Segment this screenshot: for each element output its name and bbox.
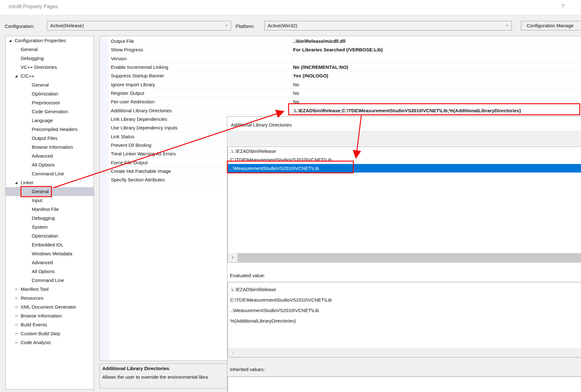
help-icon[interactable]: ? — [561, 3, 564, 10]
inherited-values-label: Inherited values: — [230, 367, 265, 372]
grid-row-register-output[interactable]: Register OutputNo — [100, 89, 581, 97]
tree-item-xml-document-generator[interactable]: ▷XML Document Generator — [6, 303, 94, 311]
horizontal-scrollbar[interactable]: ‹ — [228, 253, 581, 262]
tree-expanded-icon[interactable]: ◢ — [9, 36, 11, 45]
tree-item-all-options[interactable]: All Options — [6, 267, 94, 276]
tree-item-input[interactable]: Input — [6, 196, 94, 205]
configuration-manager-button[interactable]: Configuration Manage — [521, 21, 581, 30]
tree-item-command-line[interactable]: Command Line — [6, 276, 94, 285]
tree-item-browse-information[interactable]: Browse Information — [6, 143, 94, 152]
tree-item-browse-information[interactable]: ▷Browse Information — [6, 311, 94, 320]
tree-item-all-options[interactable]: All Options — [6, 160, 94, 169]
popup-toolbar-band — [228, 131, 581, 146]
tree-item-label: Build Events — [21, 320, 47, 329]
grid-row-output-file[interactable]: Output File..\bin\Release/micdll.dll — [100, 37, 581, 45]
property-pages-dialog: micdll Property Pages ? Configuration: A… — [0, 0, 581, 392]
tree-collapsed-icon[interactable]: ▷ — [16, 311, 18, 320]
tree-item-system[interactable]: System — [6, 223, 94, 232]
tree-collapsed-icon[interactable]: ▷ — [16, 285, 18, 294]
scrollbar-thumb[interactable] — [237, 253, 581, 262]
scroll-left-icon[interactable]: ‹ — [228, 253, 237, 262]
grid-row-additional-library-directories[interactable]: Additional Library Directories.\..\EZAD\… — [100, 106, 581, 115]
tree-item-label: General — [32, 187, 49, 196]
tree-item-build-events[interactable]: ▷Build Events — [6, 320, 94, 329]
tree-item-label: Optimization — [32, 232, 58, 240]
tree-item-command-line[interactable]: Command Line — [6, 169, 94, 178]
property-value[interactable]: No — [293, 80, 299, 89]
evaluated-line: C:\TDE\MeasurementStudioVS2010\VCNET\Lib — [230, 295, 332, 305]
tree-item-debugging[interactable]: Debugging — [6, 214, 94, 223]
tree-item-label: Browse Information — [21, 311, 62, 320]
configuration-value: Active(Release) — [50, 23, 84, 28]
tree-collapsed-icon[interactable]: ▷ — [16, 338, 18, 347]
tree-item-general[interactable]: General — [6, 187, 94, 196]
grid-row-per-user-redirection[interactable]: Per-user RedirectionNo — [100, 97, 581, 106]
evaluated-lines: .\..\EZAD\bin\ReleaseC:\TDE\MeasurementS… — [230, 284, 332, 326]
tree-item-label: Input — [32, 196, 42, 205]
tree-item-manifest-tool[interactable]: ▷Manifest Tool — [6, 285, 94, 294]
tree-item-label: General — [21, 45, 37, 54]
tree-expanded-icon[interactable]: ◢ — [15, 178, 17, 187]
tree-item-preprocessor[interactable]: Preprocessor — [6, 98, 94, 107]
property-name: Version — [111, 54, 127, 63]
property-name: Prevent Dll Binding — [111, 141, 151, 149]
scroll-left-icon[interactable]: ‹ — [228, 348, 237, 357]
grid-row-suppress-startup-banner[interactable]: Suppress Startup BannerYes (/NOLOGO) — [100, 71, 581, 80]
property-name: Suppress Startup Banner — [111, 71, 164, 80]
tree-item-c-c-[interactable]: ◢C/C++ — [6, 72, 94, 81]
property-name: Use Library Dependency Inputs — [111, 123, 177, 132]
inherited-values-box[interactable] — [228, 376, 581, 392]
configuration-dropdown[interactable]: Active(Release) ⌄ — [47, 21, 231, 30]
tree-item-language[interactable]: Language — [6, 116, 94, 125]
property-value[interactable]: No (/INCREMENTAL:NO) — [293, 63, 348, 71]
platform-dropdown[interactable]: Active(Win32) ⌄ — [264, 21, 512, 30]
directory-item-selected[interactable]: ..\MeasurementStudioVS2010\VCNET\Lib — [228, 164, 581, 173]
tree-item-advanced[interactable]: Advanced — [6, 152, 94, 160]
grid-row-version[interactable]: Version — [100, 54, 581, 63]
tree-item-windows-metadata[interactable]: Windows Metadata — [6, 249, 94, 258]
tree-item-code-generation[interactable]: Code Generation — [6, 107, 94, 116]
tree-item-custom-build-step[interactable]: ▷Custom Build Step — [6, 329, 94, 338]
horizontal-scrollbar-disabled[interactable]: ‹ — [228, 348, 581, 357]
tree-item-debugging[interactable]: Debugging — [6, 54, 94, 63]
tree-item-advanced[interactable]: Advanced — [6, 258, 94, 267]
tree-item-output-files[interactable]: Output Files — [6, 134, 94, 143]
tree-item-vc-directories[interactable]: VC++ Directories — [6, 63, 94, 72]
tree-item-label: Output Files — [32, 134, 57, 143]
tree-collapsed-icon[interactable]: ▷ — [16, 303, 18, 311]
directory-item[interactable]: .\..\EZAD\bin\Release — [228, 147, 581, 155]
tree-item-optimization[interactable]: Optimization — [6, 232, 94, 240]
property-value[interactable]: Yes (/NOLOGO) — [293, 71, 328, 80]
directories-listbox[interactable]: .\..\EZAD\bin\ReleaseC:\TDE\MeasurementS… — [228, 147, 581, 263]
property-value[interactable]: No — [293, 97, 299, 106]
tree-item-embedded-idl[interactable]: Embedded IDL — [6, 240, 94, 249]
tree-item-resources[interactable]: ▷Resources — [6, 294, 94, 303]
tree-expanded-icon[interactable]: ◢ — [15, 72, 17, 81]
tree-item-general[interactable]: General — [6, 81, 94, 89]
tree-collapsed-icon[interactable]: ▷ — [16, 294, 18, 303]
tree-item-manifest-file[interactable]: Manifest File — [6, 205, 94, 214]
tree-item-general[interactable]: General — [6, 45, 94, 54]
directory-item[interactable]: C:\TDE\MeasurementStudioVS2010\VCNET\Lib — [228, 155, 581, 164]
grid-row-ignore-import-library[interactable]: Ignore Import LibraryNo — [100, 80, 581, 89]
property-value[interactable]: For Libraries Searched (/VERBOSE:Lib) — [293, 45, 383, 54]
tree-item-precompiled-headers[interactable]: Precompiled Headers — [6, 125, 94, 134]
property-value[interactable]: No — [293, 89, 299, 97]
tree-item-label: Command Line — [32, 169, 64, 178]
tree-item-label: Code Analysis — [21, 338, 51, 347]
additional-library-directories-popup: Additional Library Directories .\..\EZAD… — [227, 116, 581, 392]
tree-item-linker[interactable]: ◢Linker — [6, 178, 94, 187]
grid-row-enable-incremental-linking[interactable]: Enable Incremental LinkingNo (/INCREMENT… — [100, 63, 581, 71]
tree-collapsed-icon[interactable]: ▷ — [16, 329, 18, 338]
grid-row-show-progress[interactable]: Show ProgressFor Libraries Searched (/VE… — [100, 45, 581, 54]
tree-item-label: Optimization — [32, 89, 58, 98]
tree-item-configuration-properties[interactable]: ◢Configuration Properties — [6, 36, 94, 45]
platform-label: Platform: — [236, 23, 255, 29]
tree-item-label: Language — [32, 116, 53, 125]
chevron-down-icon: ⌄ — [505, 22, 509, 27]
property-value[interactable]: ..\bin\Release/micdll.dll — [293, 37, 345, 45]
tree-collapsed-icon[interactable]: ▷ — [16, 320, 18, 329]
tree-item-optimization[interactable]: Optimization — [6, 89, 94, 98]
tree-item-code-analysis[interactable]: ▷Code Analysis — [6, 338, 94, 347]
property-value[interactable]: .\..\EZAD\bin\Release;C:\TDE\Measurement… — [293, 106, 521, 115]
